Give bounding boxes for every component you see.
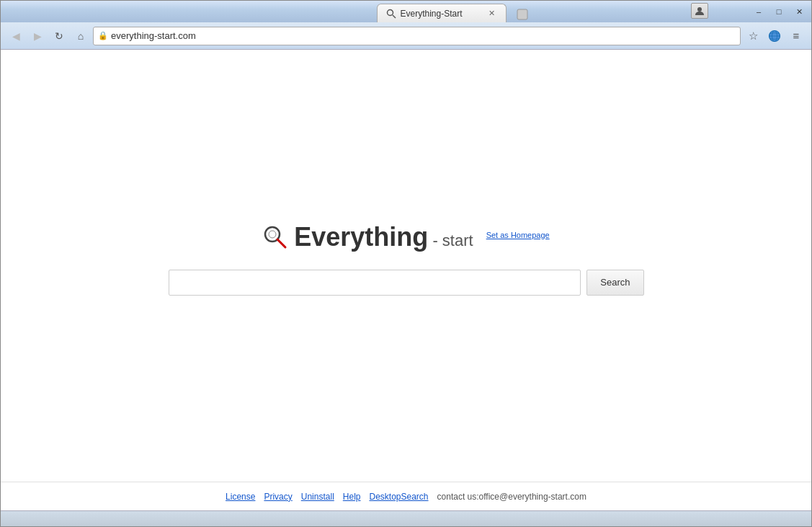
maximize-button[interactable]: □ — [769, 4, 788, 19]
footer-contact-text: contact us:office@everything-start.com — [437, 492, 586, 502]
logo-text-group: Everything - start — [294, 222, 473, 252]
new-tab-button[interactable] — [512, 6, 532, 22]
tab-search-icon — [386, 9, 396, 19]
address-bar-container: 🔒 — [93, 27, 741, 45]
home-button[interactable]: ⌂ — [71, 27, 90, 45]
logo-brand-name: Everything — [294, 222, 428, 252]
menu-button[interactable]: ≡ — [787, 27, 806, 45]
back-button[interactable]: ◀ — [6, 27, 25, 45]
close-button[interactable]: ✕ — [790, 4, 808, 19]
browser-tab[interactable]: Everything-Start ✕ — [377, 4, 507, 22]
svg-rect-3 — [517, 9, 527, 19]
reload-button[interactable]: ↻ — [50, 27, 68, 45]
title-bar: Everything-Start ✕ – □ ✕ — [1, 1, 811, 22]
status-bar — [1, 510, 811, 526]
navigation-bar: ◀ ▶ ↻ ⌂ 🔒 ☆ ≡ — [1, 22, 811, 50]
footer-help-link[interactable]: Help — [343, 492, 361, 502]
window-controls: – □ ✕ — [749, 4, 808, 22]
footer-uninstall-link[interactable]: Uninstall — [301, 492, 334, 502]
tab-title: Everything-Start — [401, 9, 463, 19]
svg-line-2 — [393, 15, 396, 18]
footer-privacy-link[interactable]: Privacy — [264, 492, 292, 502]
profile-button[interactable] — [691, 3, 708, 19]
new-tab-icon — [517, 9, 528, 20]
bookmark-button[interactable]: ☆ — [744, 27, 762, 45]
minimize-button[interactable]: – — [749, 4, 768, 19]
search-area: Search — [169, 270, 644, 296]
logo-suffix: - start — [428, 231, 473, 249]
search-button[interactable]: Search — [586, 270, 643, 296]
page-footer: License Privacy Uninstall Help DesktopSe… — [1, 482, 811, 510]
svg-point-1 — [387, 9, 393, 15]
footer-desktop-search-link[interactable]: DesktopSearch — [370, 492, 429, 502]
svg-line-8 — [277, 239, 285, 247]
logo-search-icon — [262, 224, 288, 250]
address-input[interactable] — [111, 30, 736, 41]
browser-window: Everything-Start ✕ – □ ✕ ◀ ▶ ↻ ⌂ 🔒 ☆ — [0, 0, 812, 527]
contact-label: contact us: — [437, 492, 479, 502]
tab-close-button[interactable]: ✕ — [487, 9, 497, 19]
page-content: Everything - start Set as Homepage Searc… — [1, 50, 811, 510]
globe-button[interactable] — [765, 27, 784, 45]
globe-icon — [768, 30, 781, 43]
set-homepage-link[interactable]: Set as Homepage — [486, 231, 550, 239]
logo-area: Everything - start Set as Homepage — [262, 222, 549, 252]
forward-button[interactable]: ▶ — [28, 27, 47, 45]
lock-icon: 🔒 — [98, 31, 108, 40]
footer-license-link[interactable]: License — [226, 492, 255, 502]
contact-email: office@everything-start.com — [479, 492, 586, 502]
search-input[interactable] — [169, 270, 581, 296]
svg-point-0 — [697, 7, 702, 12]
